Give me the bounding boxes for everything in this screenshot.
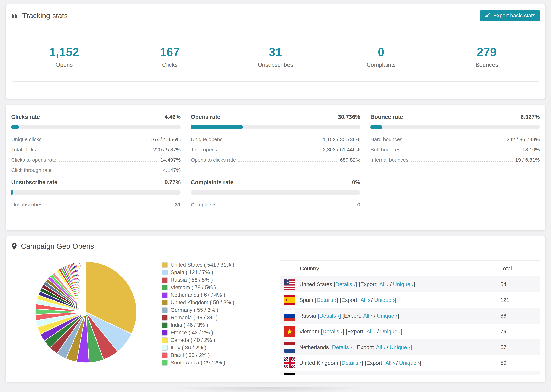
rate-detail-value: 18 / 0% bbox=[522, 147, 540, 153]
legend-item: Romania ( 49 / 3% ) bbox=[162, 314, 280, 321]
summary-label: Clicks bbox=[117, 61, 222, 68]
country-name: Vietnam bbox=[299, 328, 319, 335]
rate-detail-row: Unique opens1,152 / 30.736% bbox=[191, 134, 360, 145]
table-row: Spain[Details ›][Export:All ›/Unique ›]1… bbox=[280, 292, 540, 308]
details-link[interactable]: Details › bbox=[317, 297, 337, 303]
bracket: ] bbox=[337, 297, 338, 303]
export-button-label: Export basic stats bbox=[493, 13, 535, 19]
summary-value: 31 bbox=[223, 45, 328, 59]
rate-value: 0% bbox=[352, 179, 360, 186]
rate-detail-label: Internal bounces bbox=[370, 157, 409, 163]
bracket: [ bbox=[334, 281, 335, 287]
export-unique-link[interactable]: Unique › bbox=[393, 281, 414, 287]
rate-title: Unsubscribe rate bbox=[11, 179, 57, 186]
summary-label: Opens bbox=[11, 61, 117, 68]
rate-detail-row: Hard bounces242 / 86.738% bbox=[370, 134, 540, 145]
legend-label: Romania ( 49 / 3% ) bbox=[171, 315, 218, 321]
rate-detail-value: 19 / 6.81% bbox=[515, 157, 540, 163]
details-link[interactable]: Details › bbox=[335, 281, 355, 287]
country-cell: Netherlands[Details ›][Export:All ›/Uniq… bbox=[299, 344, 500, 350]
country-name: United States bbox=[299, 281, 332, 287]
rate-progress-track bbox=[370, 125, 540, 129]
rate-detail-value: 220 / 5.87% bbox=[153, 147, 181, 153]
rate-progress-track bbox=[11, 190, 181, 195]
legend-swatch bbox=[162, 270, 168, 275]
summary-value: 1,152 bbox=[11, 45, 117, 59]
tracking-stats-header: Tracking stats Export basic stats bbox=[6, 4, 545, 27]
rate-title: Opens rate bbox=[191, 114, 220, 120]
legend-swatch bbox=[162, 360, 168, 366]
export-prefix: [Export: bbox=[346, 328, 365, 335]
summary-label: Unsubscribes bbox=[223, 61, 328, 68]
rates-grid: Clicks rate4.46%Unique clicks167 / 4.456… bbox=[6, 105, 545, 230]
export-unique-link[interactable]: Unique › bbox=[399, 360, 420, 366]
table-row: Germany[Details ›][Export:All ›/Unique ›… bbox=[280, 371, 540, 375]
geo-table-header-row: CountryTotal bbox=[280, 261, 540, 276]
total-cell: 541 bbox=[500, 281, 540, 287]
summary-cell-complaints: 0Complaints bbox=[328, 33, 434, 81]
slash-separator: / bbox=[390, 281, 392, 287]
bracket: [ bbox=[315, 297, 317, 303]
rates-card: Clicks rate4.46%Unique clicks167 / 4.456… bbox=[6, 105, 545, 230]
details-link[interactable]: Details › bbox=[319, 313, 339, 319]
dotted-leader bbox=[219, 151, 320, 151]
country-cell: United Kingdom[Details ›][Export:All ›/U… bbox=[299, 360, 500, 366]
summary-value: 279 bbox=[434, 45, 540, 59]
export-all-link[interactable]: All › bbox=[366, 328, 376, 335]
flag-icon-es bbox=[284, 294, 295, 305]
legend-label: South Africa ( 29 / 2% ) bbox=[171, 360, 225, 366]
export-all-link[interactable]: All › bbox=[385, 360, 395, 366]
pie-slice-other[interactable] bbox=[86, 261, 86, 312]
legend-swatch bbox=[162, 337, 168, 343]
rate-header: Opens rate30.736% bbox=[191, 114, 360, 120]
flag-icon-ru bbox=[284, 310, 295, 321]
tracking-stats-body: 1,152Opens167Clicks31Unsubscribes0Compla… bbox=[6, 33, 545, 82]
export-basic-stats-button[interactable]: Export basic stats bbox=[480, 10, 540, 21]
bracket: ] bbox=[361, 360, 363, 366]
geo-table: CountryTotalUnited States[Details ›][Exp… bbox=[280, 260, 540, 375]
export-all-link[interactable]: All › bbox=[363, 313, 373, 319]
table-row: Netherlands[Details ›][Export:All ›/Uniq… bbox=[280, 339, 540, 355]
legend-item: Brazil ( 33 / 2% ) bbox=[162, 351, 280, 359]
rate-detail-label: Total clicks bbox=[11, 147, 36, 153]
rate-progress-fill bbox=[11, 190, 13, 195]
details-link[interactable]: Details › bbox=[332, 344, 352, 350]
geo-opens-pie-chart[interactable] bbox=[34, 260, 138, 364]
rate-detail-value: 0 bbox=[357, 202, 360, 208]
export-unique-link[interactable]: Unique › bbox=[390, 344, 410, 350]
legend-swatch bbox=[162, 322, 168, 328]
rate-title: Bounce rate bbox=[370, 114, 403, 120]
rate-detail-value: 14.497% bbox=[160, 157, 181, 163]
export-all-link[interactable]: All › bbox=[360, 297, 370, 303]
legend-item: United Kingdom ( 59 / 3% ) bbox=[162, 299, 280, 306]
details-link[interactable]: Details › bbox=[342, 360, 361, 366]
rate-detail-row: Total clicks220 / 5.87% bbox=[11, 145, 181, 155]
rate-block-4: Complaints rate0%Complaints0 bbox=[191, 179, 360, 210]
export-unique-link[interactable]: Unique › bbox=[374, 297, 395, 303]
rate-detail-label: Unique clicks bbox=[11, 136, 42, 142]
export-icon bbox=[485, 12, 491, 19]
export-prefix: [Export: bbox=[359, 281, 377, 287]
tracking-stats-title-wrap: Tracking stats bbox=[11, 11, 68, 20]
flag-icon-us bbox=[284, 279, 295, 290]
rate-progress-fill bbox=[11, 125, 19, 129]
export-unique-link[interactable]: Unique › bbox=[380, 328, 401, 335]
rate-detail-row: Unsubscribes31 bbox=[11, 200, 181, 210]
export-all-link[interactable]: All › bbox=[376, 344, 385, 350]
export-all-link[interactable]: All › bbox=[379, 281, 389, 287]
total-cell: 79 bbox=[500, 328, 540, 335]
details-link[interactable]: Details › bbox=[323, 328, 343, 335]
rate-detail-row: Soft bounces18 / 0% bbox=[370, 145, 540, 155]
legend-label: Canada ( 40 / 2% ) bbox=[171, 337, 215, 343]
legend-label: Brazil ( 33 / 2% ) bbox=[171, 352, 210, 358]
export-prefix: [Export: bbox=[340, 297, 359, 303]
legend-item: Russia ( 86 / 5% ) bbox=[162, 276, 280, 284]
export-unique-link[interactable]: Unique › bbox=[377, 313, 397, 319]
bracket: ] bbox=[352, 344, 354, 350]
bracket: [ bbox=[321, 328, 323, 335]
geo-opens-header: Campaign Geo Opens bbox=[6, 236, 545, 256]
slash-separator: / bbox=[387, 344, 388, 350]
dotted-leader bbox=[411, 161, 513, 162]
geo-opens-body: United States ( 541 / 31% )Spain ( 121 /… bbox=[6, 256, 545, 382]
summary-cell-bounces: 279Bounces bbox=[434, 33, 540, 81]
